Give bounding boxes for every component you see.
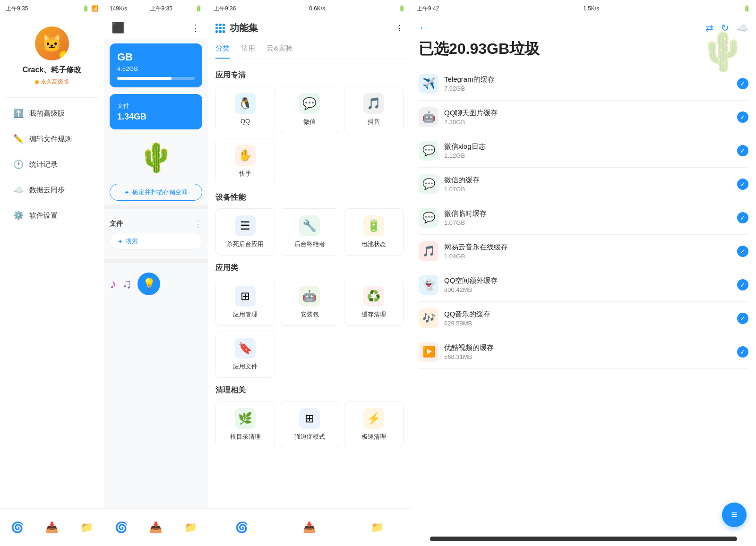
douyin-label: 抖音 bbox=[368, 118, 380, 126]
storage-detail: 4.52GB bbox=[117, 65, 195, 72]
junk-item-netease[interactable]: 🎵 网易云音乐在线缓存 1.04GB ✓ bbox=[419, 235, 748, 268]
junk-item-wechat-cache[interactable]: 💬 微信的缓存 1.07GB ✓ bbox=[419, 168, 748, 201]
folder-icon-2: 📁 bbox=[184, 521, 197, 534]
battery-icon-3: 🔋 bbox=[398, 5, 405, 12]
clean-icon-3: 🌀 bbox=[235, 521, 248, 534]
battery-label: 电池状态 bbox=[361, 240, 386, 248]
feature-terminator[interactable]: 🔧 后台终结者 bbox=[280, 208, 339, 256]
feature-appfiles[interactable]: 🔖 应用文件 bbox=[215, 331, 275, 378]
avatar-badge: ⭐ bbox=[60, 51, 68, 60]
ocd-icon: ⊞ bbox=[299, 408, 320, 429]
fab-button-2[interactable]: 💡 bbox=[137, 273, 160, 295]
check-wechat-temp[interactable]: ✓ bbox=[737, 212, 748, 223]
save-icon-3: 📥 bbox=[303, 521, 316, 534]
netease-app-icon: 🎵 bbox=[419, 241, 438, 261]
nav-clean-3[interactable]: 🌀 bbox=[235, 521, 248, 534]
search-button[interactable]: ✦ 搜索 bbox=[110, 233, 202, 250]
back-button[interactable]: ← bbox=[419, 22, 429, 34]
qq-space-app-icon: 👻 bbox=[419, 275, 438, 295]
feature-cache[interactable]: ♻️ 缓存清理 bbox=[344, 279, 404, 326]
more-icon-3[interactable]: ⋮ bbox=[396, 24, 404, 33]
menu-item-rules[interactable]: ✏️ 编辑文件规则 bbox=[8, 127, 96, 151]
clean-fab-button[interactable]: ≡ bbox=[722, 503, 747, 527]
tab-common[interactable]: 常用 bbox=[241, 39, 255, 59]
check-qq-music[interactable]: ✓ bbox=[737, 313, 748, 324]
feature-douyin[interactable]: 🎵 抖音 bbox=[344, 86, 404, 133]
telegram-app-icon: ✈️ bbox=[419, 74, 438, 94]
nav-folder-2[interactable]: 📁 bbox=[184, 521, 197, 534]
fast-label: 极速清理 bbox=[361, 433, 386, 441]
junk-item-qq-space[interactable]: 👻 QQ空间额外缓存 800.42MB ✓ bbox=[419, 268, 748, 302]
check-youku[interactable]: ✓ bbox=[737, 346, 748, 358]
nav-save-2[interactable]: 📥 bbox=[149, 521, 162, 534]
check-wechat-cache[interactable]: ✓ bbox=[737, 179, 748, 190]
fab-icon-2: 💡 bbox=[143, 278, 155, 290]
feature-qq[interactable]: 🐧 QQ bbox=[215, 86, 275, 133]
nav-clean-1[interactable]: 🌀 bbox=[11, 521, 24, 534]
status-bar-3: 上午9:36 0.6K/s 🔋 bbox=[208, 0, 411, 17]
cache-label: 缓存清理 bbox=[361, 310, 386, 319]
check-wechat-xlog[interactable]: ✓ bbox=[737, 145, 748, 156]
battery-icon-2: 🔋 bbox=[195, 5, 202, 12]
dir-icon: 🌿 bbox=[235, 408, 256, 429]
check-telegram[interactable]: ✓ bbox=[737, 78, 748, 89]
storage-card-2: 文件 1.34GB bbox=[110, 94, 202, 129]
speed-2: 149K/s bbox=[110, 5, 127, 12]
feature-apk[interactable]: 🤖 安装包 bbox=[280, 279, 339, 326]
cactus-illustration: 🌵 bbox=[699, 29, 747, 74]
fast-icon: ⚡ bbox=[363, 408, 384, 429]
feature-wechat[interactable]: 💬 微信 bbox=[280, 86, 339, 133]
status-icons-2: 🔋 bbox=[195, 5, 202, 12]
qq-icon: 🐧 bbox=[235, 93, 256, 114]
junk-total-title: 已选20.93GB垃圾 bbox=[419, 39, 540, 60]
menu-item-settings[interactable]: ⚙️ 软件设置 bbox=[8, 204, 96, 227]
feature-fast[interactable]: ⚡ 极速清理 bbox=[344, 401, 404, 448]
check-qq-chat[interactable]: ✓ bbox=[737, 111, 748, 123]
folder-icon-1: 📁 bbox=[80, 521, 93, 534]
check-netease[interactable]: ✓ bbox=[737, 246, 748, 257]
junk-item-wechat-xlog[interactable]: 💬 微信xlog日志 1.12GB ✓ bbox=[419, 134, 748, 168]
feature-ocd[interactable]: ⊞ 强迫症模式 bbox=[280, 401, 339, 448]
status-bar-4: 上午9:42 1.5K/s 🔋 bbox=[411, 0, 756, 17]
nav-folder-1[interactable]: 📁 bbox=[80, 521, 93, 534]
nav-save-1[interactable]: 📥 bbox=[45, 521, 58, 534]
feature-grid-device: ☰ 杀死后台应用 🔧 后台终结者 🔋 电池状态 bbox=[215, 208, 404, 256]
qq-label: QQ bbox=[241, 118, 250, 125]
junk-item-youku[interactable]: ▶️ 优酷视频的缓存 568.31MB ✓ bbox=[419, 335, 748, 369]
avatar: 🐱 ⭐ bbox=[35, 26, 69, 60]
nav-folder-3[interactable]: 📁 bbox=[371, 521, 384, 534]
folder-icon-3: 📁 bbox=[371, 521, 384, 534]
panel3-header: 功能集 ⋮ bbox=[208, 17, 411, 39]
feature-appmanager[interactable]: ⊞ 应用管理 bbox=[215, 279, 275, 326]
check-qq-space[interactable]: ✓ bbox=[737, 279, 748, 290]
menu-item-stats[interactable]: 🕐 统计记录 bbox=[8, 153, 96, 176]
stats-icon: 🕐 bbox=[13, 159, 24, 170]
profile-badge: 永久高级版 bbox=[35, 78, 69, 86]
more-icon-files[interactable]: ⋮ bbox=[194, 219, 202, 229]
more-icon-2[interactable]: ⋮ bbox=[191, 22, 200, 34]
tab-cloud[interactable]: 云&实验 bbox=[266, 39, 292, 59]
nav-clean-2[interactable]: 🌀 bbox=[115, 521, 128, 534]
feature-battery[interactable]: 🔋 电池状态 bbox=[344, 208, 404, 256]
nav-save-3[interactable]: 📥 bbox=[303, 521, 316, 534]
feature-dir[interactable]: 🌿 根目录清理 bbox=[215, 401, 275, 448]
scan-button[interactable]: ✦ 确定并扫描存储空间 bbox=[110, 184, 202, 201]
bottom-nav-2: 🌀 📥 📁 bbox=[104, 508, 208, 546]
tab-category[interactable]: 分类 bbox=[215, 39, 230, 59]
battery-icon-feat: 🔋 bbox=[363, 215, 384, 236]
menu-label-rules: 编辑文件规则 bbox=[29, 135, 72, 144]
storage-gb2: 1.34GB bbox=[117, 112, 195, 122]
section-divider bbox=[104, 205, 208, 209]
junk-item-wechat-temp[interactable]: 💬 微信临时缓存 1.07GB ✓ bbox=[419, 201, 748, 235]
appmanager-icon: ⊞ bbox=[235, 286, 256, 307]
junk-info-qq-space: QQ空间额外缓存 800.42MB bbox=[444, 276, 731, 293]
feature-kill[interactable]: ☰ 杀死后台应用 bbox=[215, 208, 275, 256]
ocd-label: 强迫症模式 bbox=[294, 433, 325, 441]
feature-kuaishou[interactable]: ✋ 快手 bbox=[215, 138, 275, 185]
menu-item-vip[interactable]: ⬆️ 我的高级版 bbox=[8, 102, 96, 125]
panel-junk: 上午9:42 1.5K/s 🔋 ← ⇄ ↻ ☁️ 🌵 已选20.93GB垃圾 ✈… bbox=[411, 0, 756, 546]
menu-item-sync[interactable]: ☁️ 数据云同步 bbox=[8, 178, 96, 202]
junk-item-qq-music[interactable]: 🎶 QQ音乐的缓存 629.59MB ✓ bbox=[419, 302, 748, 335]
time-3: 上午9:36 bbox=[214, 5, 236, 13]
junk-item-qq-chat[interactable]: 🤖 QQ聊天图片缓存 2.30GB ✓ bbox=[419, 101, 748, 134]
